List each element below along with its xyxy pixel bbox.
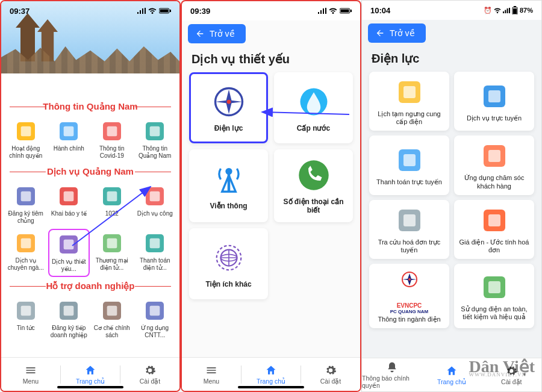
app-tile-news-screen[interactable]: Thông tin Quảng Nam <box>134 117 176 163</box>
signal-icon <box>318 8 326 14</box>
signal-icon <box>503 8 510 13</box>
service-card-eco-bulb[interactable]: Sử dụng điện an toàn, tiết kiệm và hiệu … <box>454 264 534 328</box>
tile-label: Cơ chế chính sách <box>92 325 132 338</box>
status-time: 09:39 <box>190 7 210 16</box>
alarm-icon: ⏰ <box>484 7 492 14</box>
app-tile-cart[interactable]: Thương mại điện tử... <box>91 229 133 277</box>
svg-rect-4 <box>20 126 31 137</box>
battery-pct: 87% <box>520 7 533 14</box>
service-card-evn[interactable]: Điện lực <box>189 72 268 143</box>
covid-icon <box>100 119 124 143</box>
nav-gear[interactable]: Cài đặt <box>120 358 179 391</box>
svg-rect-30 <box>64 306 74 316</box>
battery-icon <box>159 8 171 14</box>
service-card-evn-cpc[interactable]: EVNCPCPC QUANG NAMThông tin ngành điện <box>369 264 449 328</box>
water-drop-icon <box>297 86 330 118</box>
card-label: Lịch tạm ngưng cung cấp điện <box>372 110 447 126</box>
app-tile-policy[interactable]: Cơ chế chính sách <box>91 296 133 342</box>
nav-label: Trang chủ <box>437 378 466 385</box>
app-tile-form[interactable]: Đăng ký tiếp doanh nghiệp <box>48 296 90 342</box>
app-tile-government[interactable]: Hoạt động chính quyền <box>5 117 47 163</box>
app-tile-medical-declare[interactable]: Khai báo y tế <box>48 182 90 228</box>
app-tile-gear-dual[interactable]: Dịch vụ chuyên ngà... <box>5 229 47 277</box>
service-card-price-estimate[interactable]: Giá điện - Ước tính hoá đơn <box>454 200 534 259</box>
home-indicator <box>57 386 123 388</box>
card-label: Số điện thoại cần biết <box>278 198 349 215</box>
tile-label: Dịch vụ chuyên ngà... <box>6 257 46 271</box>
service-card-plug-schedule[interactable]: Lịch tạm ngưng cung cấp điện <box>369 72 449 131</box>
card-label: Thanh toán trực tuyến <box>376 178 442 186</box>
service-card-water-drop[interactable]: Cấp nước <box>274 72 353 143</box>
svg-rect-56 <box>488 150 500 162</box>
service-card-phone[interactable]: Số điện thoại cần biết <box>274 149 353 222</box>
app-tile-building[interactable]: Hành chính <box>48 117 90 163</box>
cart-icon <box>100 231 124 255</box>
vaccine-icon <box>14 184 38 208</box>
tile-label: Hoạt động chính quyền <box>6 145 46 159</box>
nav-menu[interactable]: Menu <box>182 358 241 391</box>
svg-rect-48 <box>514 6 516 7</box>
price-estimate-icon <box>480 206 509 235</box>
watermark-sub: WWW.DANVIET.VN <box>469 373 535 376</box>
app-tile-app-screen[interactable]: Ứng dụng CNTT... <box>134 296 176 342</box>
gear-dual-icon <box>14 231 38 255</box>
tile-label: Hành chính <box>54 145 84 152</box>
phone-screen-1: 09:37 Thông tin Quảng NamHoạt động chính… <box>0 0 181 392</box>
svg-rect-64 <box>488 281 500 293</box>
essential-monitor-icon <box>57 232 81 257</box>
tile-label: Thương mại điện tử... <box>92 257 132 271</box>
status-indicators <box>318 8 352 14</box>
svg-rect-1 <box>160 10 169 13</box>
nav-bell[interactable]: Thông báo chính quyền <box>362 358 422 391</box>
service-card-pay-online[interactable]: Thanh toán trực tuyến <box>369 135 449 194</box>
eco-bulb-icon <box>480 273 509 302</box>
app-tile-covid[interactable]: Thông tin Covid-19 <box>91 117 133 163</box>
policy-icon <box>100 299 124 323</box>
nav-label: Menu <box>23 378 39 385</box>
svg-rect-50 <box>403 86 416 98</box>
app-tile-star[interactable]: Dịch vụ công <box>134 182 176 228</box>
svg-rect-32 <box>107 306 117 316</box>
app-tile-essential-monitor[interactable]: Dịch vụ thiết yếu... <box>48 229 90 277</box>
svg-rect-14 <box>64 191 74 202</box>
app-tile-vaccine[interactable]: Đăng ký tiêm chủng <box>5 182 47 228</box>
form-icon <box>57 299 81 323</box>
service-card-apps-grid[interactable]: Ứng dụng chăm sóc khách hàng <box>454 135 534 194</box>
government-icon <box>14 119 38 143</box>
app-tile-cash[interactable]: Thanh toán điện tử... <box>134 229 176 277</box>
apps-grid-icon <box>480 142 509 170</box>
svg-rect-16 <box>107 191 117 202</box>
svg-rect-37 <box>350 10 352 12</box>
tile-label: Khai báo y tế <box>51 210 87 217</box>
back-button[interactable]: Trở về <box>188 24 246 43</box>
status-time: 09:37 <box>10 7 30 16</box>
service-card-invoice-search[interactable]: Tra cứu hoá đơn trực tuyến <box>369 200 449 259</box>
service-card-online-service[interactable]: Dịch vụ trực tuyến <box>454 72 534 131</box>
card-label: Điện lực <box>214 124 243 132</box>
svg-point-62 <box>408 278 411 281</box>
nav-label: Trang chủ <box>257 378 285 385</box>
svg-rect-58 <box>403 214 416 226</box>
card-label: Dịch vụ trực tuyến <box>467 114 522 122</box>
svg-rect-36 <box>341 10 349 13</box>
menu-icon <box>205 364 217 376</box>
status-bar-3: 10:04 ⏰ 87% <box>362 1 541 20</box>
nav-gear[interactable]: Cài đặt <box>301 358 360 391</box>
app-tile-newspaper[interactable]: Tin tức <box>5 296 47 342</box>
tile-label: Ứng dụng CNTT... <box>136 325 175 338</box>
watermark: Dân Việt WWW.DANVIET.VN <box>469 361 535 376</box>
tile-label: Đăng ký tiêm chủng <box>6 210 46 224</box>
app-tile-notebook[interactable]: 1022 <box>91 182 133 228</box>
card-label: Giá điện - Ước tính hoá đơn <box>456 238 532 254</box>
service-card-globe-gear[interactable]: Tiện ích khác <box>189 228 268 299</box>
building-icon <box>57 119 81 143</box>
nav-label: Menu <box>204 378 219 385</box>
svg-rect-34 <box>150 306 160 316</box>
nav-menu[interactable]: Menu <box>1 358 60 391</box>
tile-label: Dịch vụ công <box>137 210 173 217</box>
section-title: Hỗ trợ doanh nghiệp <box>5 281 176 291</box>
news-screen-icon <box>143 119 167 143</box>
svg-rect-47 <box>513 8 517 14</box>
service-card-antenna[interactable]: Viễn thông <box>189 149 268 222</box>
back-button[interactable]: Trở về <box>368 23 426 43</box>
